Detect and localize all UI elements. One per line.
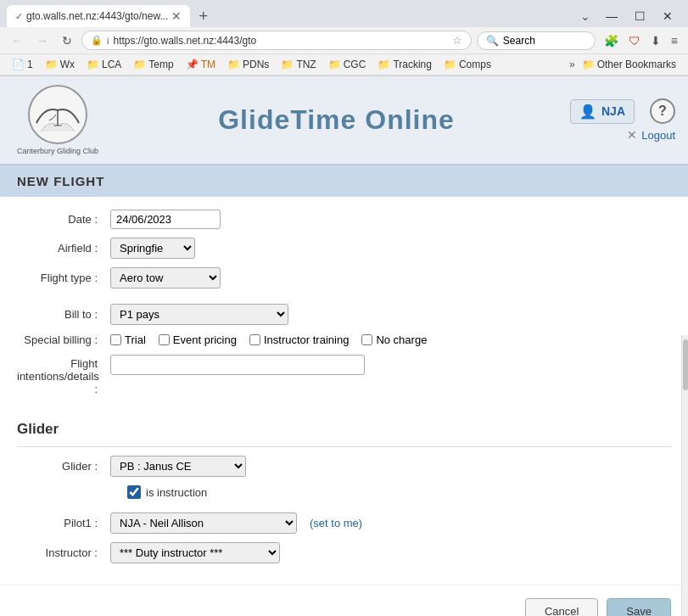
main-content: NEW FLIGHT Date : Airfield : Springfield… [0, 165, 688, 616]
shield-icon[interactable]: 🛡 [625, 32, 644, 49]
bookmarks-overflow-button[interactable]: » [569, 59, 575, 70]
bookmark-lca[interactable]: 📁 LCA [81, 57, 126, 72]
trial-option[interactable]: Trial [110, 333, 146, 346]
logout-icon: ✕ [627, 128, 637, 142]
address-text: https://gto.walls.net.nz:4443/gto [113, 35, 447, 47]
cancel-button[interactable]: Cancel [525, 598, 598, 616]
logout-label: Logout [641, 129, 675, 142]
pin-icon: 📌 [186, 59, 199, 70]
user-area: 👤 NJA ? ✕ Logout [557, 90, 688, 150]
date-label: Date : [17, 213, 102, 226]
user-icon: 👤 [579, 104, 596, 120]
special-billing-row: Special billing : Trial Event pricing In… [17, 333, 671, 346]
event-pricing-checkbox[interactable] [159, 334, 170, 345]
tab-bar: ✓ gto.walls.net.nz:4443/gto/new... ✕ + ⌄… [0, 0, 688, 27]
instructor-training-checkbox[interactable] [249, 334, 260, 345]
folder-icon: 📁 [444, 59, 456, 70]
download-icon[interactable]: ⬇ [647, 32, 664, 49]
user-button[interactable]: 👤 NJA [570, 99, 635, 124]
flight-intentions-input[interactable] [110, 355, 365, 375]
bookmark-tracking[interactable]: 📁 Tracking [372, 57, 437, 72]
glider-label: Glider : [17, 460, 102, 473]
menu-button[interactable]: ≡ [668, 32, 681, 49]
tab-close-button[interactable]: ✕ [171, 9, 182, 23]
bookmark-cgc[interactable]: 📁 CGC [323, 57, 372, 72]
logout-button[interactable]: ✕ Logout [627, 128, 675, 142]
reload-button[interactable]: ↻ [58, 32, 76, 49]
club-name: Canterbury Gliding Club [17, 147, 98, 155]
star-icon[interactable]: ☆ [452, 34, 462, 47]
bill-to-row: Bill to : P1 pays [17, 304, 671, 325]
glider-row: Glider : PB : Janus CE [17, 456, 671, 477]
bookmark-icon: 📄 [12, 59, 25, 70]
no-charge-checkbox[interactable] [361, 334, 372, 345]
is-instruction-checkbox[interactable] [127, 485, 141, 499]
bookmark-wx[interactable]: 📁 Wx [40, 57, 80, 72]
window-controls: — ☐ ✕ [597, 6, 681, 26]
nav-bar: ← → ↻ 🔒 i https://gto.walls.net.nz:4443/… [0, 27, 688, 54]
nav-icons: 🧩 🛡 ⬇ ≡ [601, 32, 681, 49]
form-section: Date : Airfield : Springfield Flight typ… [0, 197, 688, 585]
search-text: Search [503, 35, 535, 47]
airfield-select[interactable]: Springfield [110, 238, 195, 259]
close-button[interactable]: ✕ [654, 6, 681, 26]
page-header: NEW FLIGHT [0, 165, 688, 197]
instructor-label: Instructor : [17, 546, 102, 559]
tab-title: gto.walls.net.nz:4443/gto/new... [26, 10, 168, 22]
flight-type-label: Flight type : [17, 272, 102, 284]
section-separator [17, 446, 671, 447]
flight-intentions-row: Flight intentions/details : [17, 355, 671, 395]
active-tab[interactable]: ✓ gto.walls.net.nz:4443/gto/new... ✕ [7, 5, 190, 27]
bookmark-1[interactable]: 📄 1 [7, 57, 38, 72]
trial-checkbox[interactable] [110, 334, 121, 345]
bookmark-temp[interactable]: 📁 Temp [128, 57, 178, 72]
forward-button[interactable]: → [32, 32, 53, 49]
flight-type-select[interactable]: Aero tow [110, 267, 221, 288]
set-to-me-button[interactable]: (set to me) [310, 517, 362, 529]
app-title: GlideTime Online [115, 104, 557, 136]
folder-icon: 📁 [133, 59, 146, 70]
glider-select[interactable]: PB : Janus CE [110, 456, 246, 477]
form-footer: Cancel Save [0, 585, 688, 616]
bookmark-tnz[interactable]: 📁 TNZ [276, 57, 321, 72]
restore-button[interactable]: ☐ [626, 6, 654, 26]
folder-icon: 📁 [281, 59, 294, 70]
no-charge-option[interactable]: No charge [361, 333, 427, 346]
folder-icon: 📁 [87, 59, 99, 70]
search-icon: 🔍 [486, 35, 499, 47]
date-row: Date : [17, 210, 671, 229]
club-logo [28, 85, 87, 144]
date-input[interactable] [110, 210, 221, 229]
instructor-training-option[interactable]: Instructor training [249, 333, 349, 346]
pilot1-select[interactable]: NJA - Neil Allison [110, 512, 297, 534]
other-bookmarks[interactable]: 📁 Other Bookmarks [577, 57, 681, 72]
save-button[interactable]: Save [607, 598, 671, 616]
airfield-label: Airfield : [17, 242, 102, 255]
special-billing-label: Special billing : [17, 333, 102, 346]
instructor-training-label: Instructor training [264, 333, 349, 346]
search-box[interactable]: 🔍 Search [477, 31, 596, 50]
bookmark-tm[interactable]: 📌 TM [181, 57, 221, 72]
scrollbar-track[interactable] [681, 335, 688, 616]
back-button[interactable]: ← [7, 32, 27, 49]
extensions-icon[interactable]: 🧩 [601, 32, 622, 49]
tab-overflow-button[interactable]: ⌄ [577, 6, 594, 26]
flight-intentions-label: Flight intentions/details : [17, 355, 102, 395]
is-instruction-label: is instruction [146, 486, 207, 499]
bookmark-pdns[interactable]: 📁 PDNs [222, 57, 274, 72]
logo-area: Canterbury Gliding Club [0, 76, 115, 164]
address-bar[interactable]: 🔒 i https://gto.walls.net.nz:4443/gto ☆ [81, 31, 472, 50]
new-tab-button[interactable]: + [193, 8, 213, 25]
bill-to-select[interactable]: P1 pays [110, 304, 288, 325]
instructor-select[interactable]: *** Duty instructor *** [110, 542, 280, 563]
folder-icon: 📁 [582, 59, 595, 70]
lock-icon: 🔒 [91, 35, 103, 46]
minimize-button[interactable]: — [597, 6, 626, 26]
instructor-row: Instructor : *** Duty instructor *** [17, 542, 671, 563]
folder-icon: 📁 [227, 59, 240, 70]
event-pricing-option[interactable]: Event pricing [159, 333, 237, 346]
scrollbar-thumb[interactable] [683, 339, 688, 390]
bookmark-comps[interactable]: 📁 Comps [439, 57, 496, 72]
is-instruction-row: is instruction [17, 485, 671, 499]
help-button[interactable]: ? [650, 98, 675, 124]
